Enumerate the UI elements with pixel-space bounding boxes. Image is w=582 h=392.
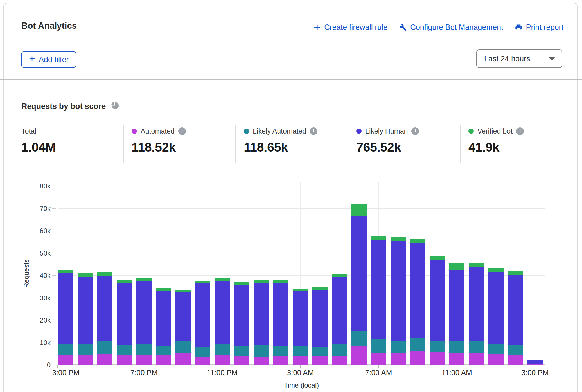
bar-segment-likely-automated[interactable] xyxy=(410,338,425,351)
bar-segment-likely-human[interactable] xyxy=(58,273,73,344)
bar-segment-likely-automated[interactable] xyxy=(195,347,210,357)
bar-segment-automated[interactable] xyxy=(175,353,191,365)
bar-stack-3-00-pm[interactable] xyxy=(527,182,543,365)
bar-segment-likely-human[interactable] xyxy=(195,283,210,347)
bar-segment-verified-bot[interactable] xyxy=(410,239,425,243)
bar-segment-automated[interactable] xyxy=(391,353,406,365)
bar-segment-verified-bot[interactable] xyxy=(430,256,445,260)
bar-stack-4-00-am[interactable] xyxy=(312,182,328,365)
bar-segment-likely-human[interactable] xyxy=(351,216,367,331)
info-icon[interactable]: i xyxy=(310,127,317,135)
bar-segment-automated[interactable] xyxy=(136,355,152,365)
time-range-select[interactable]: Last 24 hours xyxy=(476,49,562,68)
bar-stack-9-00-pm[interactable] xyxy=(175,182,191,365)
bar-segment-automated[interactable] xyxy=(488,354,504,365)
bar-segment-verified-bot[interactable] xyxy=(312,287,328,290)
info-icon[interactable]: i xyxy=(178,127,186,135)
bar-segment-likely-automated[interactable] xyxy=(215,344,230,355)
bar-segment-likely-automated[interactable] xyxy=(527,364,543,364)
bar-stack-10-00-pm[interactable] xyxy=(195,182,210,365)
bar-segment-verified-bot[interactable] xyxy=(234,282,249,285)
bar-segment-likely-automated[interactable] xyxy=(312,347,328,356)
bar-stack-12-00-am[interactable] xyxy=(234,182,249,365)
bar-segment-likely-automated[interactable] xyxy=(488,344,504,354)
bar-segment-verified-bot[interactable] xyxy=(97,272,112,276)
bar-segment-likely-human[interactable] xyxy=(234,285,249,346)
bar-segment-verified-bot[interactable] xyxy=(215,278,230,281)
bar-stack-11-00-am[interactable] xyxy=(449,182,464,365)
bar-stack-7-00-pm[interactable] xyxy=(136,182,152,365)
bar-segment-verified-bot[interactable] xyxy=(136,278,152,281)
bar-segment-automated[interactable] xyxy=(156,355,171,365)
bar-segment-verified-bot[interactable] xyxy=(117,280,132,283)
bar-segment-verified-bot[interactable] xyxy=(371,236,386,240)
bar-segment-likely-human[interactable] xyxy=(410,243,425,338)
bar-stack-6-00-pm[interactable] xyxy=(117,182,132,365)
bar-segment-likely-automated[interactable] xyxy=(156,346,171,355)
bar-segment-verified-bot[interactable] xyxy=(175,290,191,292)
bar-segment-automated[interactable] xyxy=(273,356,288,365)
bar-segment-automated[interactable] xyxy=(97,354,112,365)
bar-segment-likely-automated[interactable] xyxy=(58,344,73,355)
bar-segment-likely-human[interactable] xyxy=(312,290,328,348)
bar-segment-verified-bot[interactable] xyxy=(332,274,347,277)
bar-stack-2-00-am[interactable] xyxy=(273,182,288,365)
configure-bot-management-link[interactable]: Configure Bot Management xyxy=(399,23,503,32)
bar-segment-automated[interactable] xyxy=(234,356,249,365)
bar-segment-automated[interactable] xyxy=(254,357,269,365)
bar-stack-8-00-am[interactable] xyxy=(391,182,406,365)
bar-segment-likely-automated[interactable] xyxy=(273,346,288,356)
bar-stack-1-00-am[interactable] xyxy=(254,182,269,365)
bar-stack-12-00-pm[interactable] xyxy=(469,182,484,365)
bar-stack-3-00-pm[interactable] xyxy=(58,182,73,365)
bar-segment-automated[interactable] xyxy=(469,353,484,365)
bar-stack-5-00-am[interactable] xyxy=(332,182,347,365)
bar-stack-2-00-pm[interactable] xyxy=(508,182,523,365)
bar-segment-likely-automated[interactable] xyxy=(391,341,406,353)
bar-segment-verified-bot[interactable] xyxy=(78,273,93,277)
bar-segment-likely-automated[interactable] xyxy=(371,339,386,353)
info-icon[interactable]: i xyxy=(411,127,419,135)
bar-segment-automated[interactable] xyxy=(78,355,93,365)
bar-segment-verified-bot[interactable] xyxy=(449,263,464,270)
bar-segment-automated[interactable] xyxy=(430,352,445,365)
bar-segment-verified-bot[interactable] xyxy=(254,280,269,283)
bar-segment-likely-human[interactable] xyxy=(175,292,191,341)
bar-segment-likely-human[interactable] xyxy=(215,281,230,344)
bar-segment-likely-human[interactable] xyxy=(293,291,308,346)
bar-segment-verified-bot[interactable] xyxy=(508,271,523,275)
bar-segment-automated[interactable] xyxy=(293,356,308,365)
bar-stack-7-00-am[interactable] xyxy=(371,182,386,365)
bar-stack-9-00-am[interactable] xyxy=(410,182,425,365)
bar-segment-verified-bot[interactable] xyxy=(273,280,288,283)
bar-segment-likely-automated[interactable] xyxy=(469,341,484,353)
bar-segment-verified-bot[interactable] xyxy=(293,289,308,291)
bar-segment-likely-human[interactable] xyxy=(469,267,484,341)
bar-stack-1-00-pm[interactable] xyxy=(488,182,504,365)
bar-segment-likely-human[interactable] xyxy=(527,360,543,364)
bar-stack-4-00-pm[interactable] xyxy=(78,182,93,365)
bar-segment-likely-human[interactable] xyxy=(136,281,152,344)
bar-segment-verified-bot[interactable] xyxy=(469,263,484,267)
add-filter-button[interactable]: Add filter xyxy=(21,51,76,68)
bar-segment-likely-human[interactable] xyxy=(391,241,406,341)
bar-segment-likely-automated[interactable] xyxy=(293,346,308,356)
bar-stack-5-00-pm[interactable] xyxy=(97,182,112,365)
bar-segment-automated[interactable] xyxy=(58,355,73,365)
bar-segment-automated[interactable] xyxy=(332,356,347,365)
bar-segment-likely-human[interactable] xyxy=(332,277,347,344)
bar-stack-10-00-am[interactable] xyxy=(430,182,445,365)
bar-segment-automated[interactable] xyxy=(508,355,523,365)
bar-segment-verified-bot[interactable] xyxy=(351,204,367,216)
bar-segment-likely-human[interactable] xyxy=(117,283,132,345)
bar-segment-verified-bot[interactable] xyxy=(527,360,543,360)
print-report-link[interactable]: Print report xyxy=(515,23,563,32)
bar-segment-likely-human[interactable] xyxy=(97,276,112,341)
bar-segment-verified-bot[interactable] xyxy=(156,288,171,291)
bar-segment-automated[interactable] xyxy=(527,364,543,365)
info-icon[interactable]: i xyxy=(516,127,524,135)
bar-segment-automated[interactable] xyxy=(117,355,132,365)
bar-segment-verified-bot[interactable] xyxy=(391,237,406,241)
bar-segment-automated[interactable] xyxy=(410,351,425,365)
bar-segment-likely-human[interactable] xyxy=(78,277,93,344)
